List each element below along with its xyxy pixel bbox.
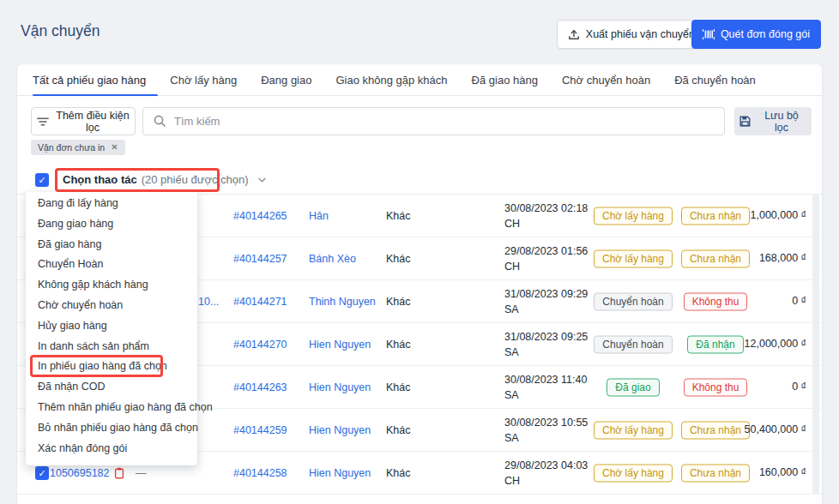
page-title: Vận chuyển — [21, 22, 100, 40]
order-link[interactable]: #40144257 — [233, 253, 287, 265]
amount-value: 168,000 ₫ — [739, 251, 806, 267]
row-checkbox[interactable]: ✓ — [35, 466, 49, 480]
carrier-label: Khác — [386, 210, 411, 222]
menu-item-11[interactable]: Bỏ nhãn phiếu giao hàng đã chọn — [26, 418, 197, 439]
menu-item-3[interactable]: Chuyển Hoàn — [26, 255, 197, 275]
barcode-icon — [703, 29, 715, 39]
active-filter-chip: Vận đơn chưa in ✕ — [31, 140, 125, 155]
carrier-label: Khác — [386, 381, 411, 393]
save-icon — [739, 116, 751, 127]
print-alert-icon — [114, 467, 124, 479]
cod-status-badge: Không thu — [684, 292, 748, 310]
status-badge: Chờ lấy hàng — [594, 464, 673, 482]
status-cell: Chuyển hoàn — [587, 292, 679, 310]
shipments-card: Tất cả phiếu giao hàngChờ lấy hàngĐang g… — [17, 64, 822, 504]
menu-item-4[interactable]: Không gặp khách hàng — [26, 275, 197, 296]
order-link[interactable]: #40144271 — [233, 296, 287, 308]
status-cell: Đã giao — [587, 378, 679, 396]
search-box — [142, 107, 725, 135]
tab-1[interactable]: Chờ lấy hàng — [158, 64, 249, 95]
carrier-label: Khác — [386, 424, 411, 436]
tab-3[interactable]: Giao không gặp khách — [323, 64, 459, 95]
filter-icon — [37, 117, 49, 126]
status-cell: Chờ lấy hàng — [587, 207, 679, 225]
add-filter-button[interactable]: Thêm điều kiện lọc — [31, 107, 136, 135]
carrier-label: Khác — [386, 339, 411, 351]
chevron-down-icon — [258, 177, 266, 183]
order-link[interactable]: #40144270 — [233, 339, 287, 351]
carrier-label: Khác — [386, 253, 411, 265]
tracking-link[interactable]: 1050695182 — [50, 467, 124, 479]
customer-link[interactable]: Hien Nguyen — [309, 339, 371, 351]
table-scrollbar[interactable] — [812, 195, 819, 495]
menu-item-9[interactable]: Đã nhận COD — [26, 377, 197, 398]
amount-value: 12,000,000 ₫ — [739, 337, 806, 352]
status-cell: Chờ lấy hàng — [587, 249, 679, 267]
customer-link[interactable]: Hien Nguyen — [309, 424, 371, 436]
search-input[interactable] — [142, 107, 725, 135]
status-cell: Chuyển hoàn — [587, 335, 679, 353]
status-cell: Chờ lấy hàng — [587, 464, 679, 482]
tab-5[interactable]: Chờ chuyển hoàn — [550, 64, 662, 95]
menu-item-1[interactable]: Đang giao hàng — [26, 214, 197, 235]
save-filter-button[interactable]: Lưu bộ lọc — [734, 107, 812, 135]
customer-link[interactable]: Hân — [309, 210, 329, 222]
status-badge: Chờ lấy hàng — [594, 207, 673, 225]
tracking-link-truncated[interactable]: 10... — [198, 296, 219, 308]
status-badge: Chuyển hoàn — [594, 335, 672, 353]
menu-item-0[interactable]: Đang đi lấy hàng — [26, 194, 197, 214]
chip-close-icon[interactable]: ✕ — [111, 143, 118, 152]
selection-bar: ✓ Chọn thao tác (20 phiếu được chọn) — [17, 165, 822, 195]
customer-link[interactable]: Bánh Xèo — [309, 253, 356, 265]
reference-dash: — — [136, 467, 147, 479]
status-badge: Chờ lấy hàng — [594, 421, 673, 439]
menu-item-6[interactable]: Hủy giao hàng — [26, 316, 197, 337]
upload-icon — [568, 29, 580, 40]
status-badge: Chờ lấy hàng — [594, 249, 673, 267]
amount-value: 0 ₫ — [739, 294, 806, 309]
tracking-number: 1050695182 — [50, 467, 110, 479]
export-shipping-slip-button[interactable]: Xuất phiếu vận chuyển — [557, 20, 706, 49]
filter-toolbar: Thêm điều kiện lọc Lưu bộ lọc — [31, 107, 812, 135]
cod-status-badge: Không thu — [684, 378, 748, 396]
status-cell: Chờ lấy hàng — [587, 421, 679, 439]
amount-value: 1,000,000 ₫ — [739, 208, 806, 224]
menu-item-5[interactable]: Chờ chuyển hoàn — [26, 296, 197, 316]
tab-0[interactable]: Tất cả phiếu giao hàng — [33, 64, 158, 95]
customer-link[interactable]: Hien Nguyen — [309, 467, 371, 479]
tab-6[interactable]: Đã chuyển hoàn — [662, 64, 768, 95]
menu-item-12[interactable]: Xác nhận đóng gói — [26, 439, 197, 459]
bulk-action-dropdown-toggle[interactable]: Chọn thao tác (20 phiếu được chọn) — [63, 165, 266, 195]
status-badge: Chuyển hoàn — [594, 292, 672, 310]
tab-2[interactable]: Đang giao — [249, 64, 323, 95]
amount-value: 50,400,000 ₫ — [739, 423, 806, 438]
select-all-checkbox[interactable]: ✓ — [35, 173, 49, 187]
menu-item-2[interactable]: Đã giao hàng — [26, 235, 197, 255]
cod-status-badge: Đã nhận — [687, 335, 743, 353]
carrier-label: Khác — [386, 467, 411, 479]
bulk-action-menu: Đang đi lấy hàngĐang giao hàngĐã giao hà… — [26, 192, 197, 465]
shipment-tabs: Tất cả phiếu giao hàngChờ lấy hàngĐang g… — [17, 64, 822, 96]
tab-4[interactable]: Đã giao hàng — [460, 64, 550, 95]
scan-pack-order-button[interactable]: Quét đơn đóng gói — [691, 20, 821, 49]
order-link[interactable]: #40144263 — [233, 381, 287, 393]
status-badge: Đã giao — [607, 378, 659, 396]
search-icon — [153, 114, 166, 128]
amount-value: 160,000 ₫ — [739, 465, 806, 481]
order-link[interactable]: #40144258 — [233, 467, 287, 479]
menu-item-7[interactable]: In danh sách sản phẩm — [26, 337, 197, 357]
customer-link[interactable]: Hien Nguyen — [309, 381, 371, 393]
order-link[interactable]: #40144259 — [233, 424, 287, 436]
order-link[interactable]: #40144265 — [233, 210, 287, 222]
menu-item-8[interactable]: In phiếu giao hàng đã chọn — [26, 357, 197, 377]
customer-link[interactable]: Thinh Nguyen — [309, 296, 376, 308]
carrier-label: Khác — [386, 296, 411, 308]
amount-value: 0 ₫ — [739, 380, 806, 395]
menu-item-10[interactable]: Thêm nhãn phiếu giao hàng đã chọn — [26, 398, 197, 418]
